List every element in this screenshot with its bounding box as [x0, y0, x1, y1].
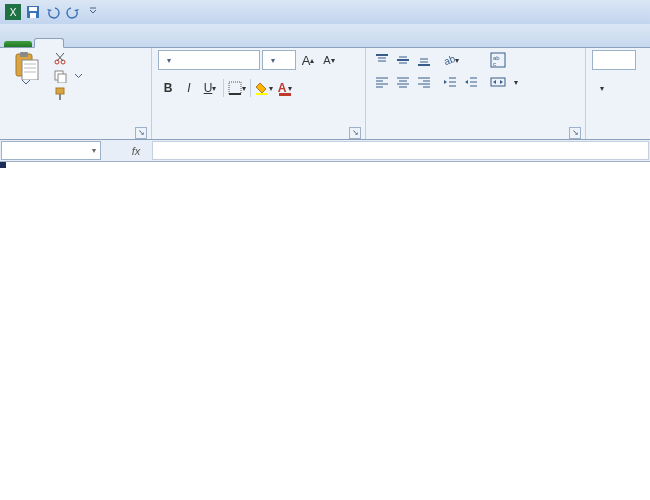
svg-text:ab: ab: [443, 53, 455, 67]
svg-rect-18: [56, 88, 64, 94]
increase-indent-button[interactable]: [461, 72, 481, 92]
font-name-combo[interactable]: ▾: [158, 50, 260, 70]
chevron-down-icon: [22, 80, 30, 85]
increase-font-button[interactable]: A▴: [298, 50, 318, 70]
excel-app-icon[interactable]: X: [4, 3, 22, 21]
wrap-text-icon: abc: [490, 52, 506, 68]
align-right-button[interactable]: [414, 72, 434, 92]
group-number-title: [592, 126, 632, 139]
chevron-down-icon: ▾: [271, 56, 275, 65]
paste-button[interactable]: [6, 50, 46, 87]
align-top-button[interactable]: [372, 50, 392, 70]
name-box[interactable]: ▾: [1, 141, 101, 160]
tab-review[interactable]: [176, 39, 204, 47]
fx-icon[interactable]: fx: [124, 145, 148, 157]
tab-file[interactable]: [4, 41, 32, 47]
svg-rect-8: [22, 60, 38, 80]
scissors-icon: [53, 51, 67, 65]
redo-icon[interactable]: [64, 3, 82, 21]
group-font-title: ↘: [158, 138, 359, 139]
group-alignment: ab▾ abc ▾: [366, 48, 586, 139]
cut-button[interactable]: [50, 50, 85, 66]
dialog-launcher-icon[interactable]: ↘: [135, 127, 147, 139]
decrease-font-button[interactable]: A▾: [319, 50, 339, 70]
font-size-combo[interactable]: ▾: [262, 50, 296, 70]
tab-page-layout[interactable]: [92, 39, 120, 47]
copy-icon: [53, 69, 67, 83]
dialog-launcher-icon[interactable]: ↘: [349, 127, 361, 139]
number-format-combo[interactable]: [592, 50, 636, 70]
borders-button[interactable]: ▾: [227, 78, 247, 98]
save-icon[interactable]: [24, 3, 42, 21]
group-number: ▾: [586, 48, 638, 139]
tab-data[interactable]: [148, 39, 176, 47]
title-bar: X: [0, 0, 650, 24]
tab-home[interactable]: [34, 38, 64, 48]
copy-button[interactable]: [50, 68, 85, 84]
svg-rect-19: [59, 94, 61, 100]
tab-insert[interactable]: [64, 39, 92, 47]
group-alignment-title: ↘: [372, 138, 579, 139]
bold-button[interactable]: B: [158, 78, 178, 98]
ribbon: ↘ ▾ ▾ A▴ A▾ B I U▾ ▾ ▾ A▾ ↘: [0, 48, 650, 140]
merge-center-button[interactable]: ▾: [485, 72, 523, 92]
svg-text:X: X: [10, 7, 17, 18]
group-clipboard: ↘: [0, 48, 152, 139]
wrap-text-button[interactable]: abc: [485, 50, 523, 70]
undo-icon[interactable]: [44, 3, 62, 21]
svg-rect-7: [20, 52, 28, 57]
selection-frame: [0, 162, 6, 168]
paste-icon: [12, 52, 40, 80]
svg-rect-3: [29, 7, 37, 11]
formula-bar[interactable]: [152, 141, 649, 160]
quick-access-toolbar: X: [4, 3, 102, 21]
svg-text:c: c: [493, 61, 496, 67]
fill-handle[interactable]: [0, 162, 6, 168]
ribbon-tabs: [0, 24, 650, 48]
group-font: ▾ ▾ A▴ A▾ B I U▾ ▾ ▾ A▾ ↘: [152, 48, 366, 139]
merge-icon: [490, 74, 506, 90]
align-center-button[interactable]: [393, 72, 413, 92]
svg-rect-4: [30, 13, 36, 18]
italic-button[interactable]: I: [179, 78, 199, 98]
font-color-button[interactable]: A▾: [275, 78, 295, 98]
svg-rect-23: [279, 93, 291, 96]
dialog-launcher-icon[interactable]: ↘: [569, 127, 581, 139]
fill-color-button[interactable]: ▾: [254, 78, 274, 98]
svg-rect-20: [229, 82, 241, 94]
tab-view[interactable]: [204, 39, 232, 47]
tab-formulas[interactable]: [120, 39, 148, 47]
chevron-down-icon: ▾: [167, 56, 171, 65]
underline-button[interactable]: U▾: [200, 78, 220, 98]
tab-addins[interactable]: [232, 39, 260, 47]
svg-rect-22: [256, 93, 268, 95]
decrease-indent-button[interactable]: [440, 72, 460, 92]
accounting-format-button[interactable]: ▾: [592, 78, 612, 98]
qat-customize-icon[interactable]: [84, 3, 102, 21]
chevron-down-icon: ▾: [514, 78, 518, 87]
align-middle-button[interactable]: [393, 50, 413, 70]
paintbrush-icon: [53, 87, 67, 101]
formula-bar-row: ▾ fx: [0, 140, 650, 162]
group-clipboard-title: ↘: [6, 138, 145, 139]
orientation-button[interactable]: ab▾: [440, 50, 460, 70]
chevron-down-icon: [75, 74, 82, 78]
format-painter-button[interactable]: [50, 86, 85, 102]
align-bottom-button[interactable]: [414, 50, 434, 70]
align-left-button[interactable]: [372, 72, 392, 92]
svg-rect-17: [58, 74, 66, 83]
chevron-down-icon: ▾: [92, 146, 96, 155]
